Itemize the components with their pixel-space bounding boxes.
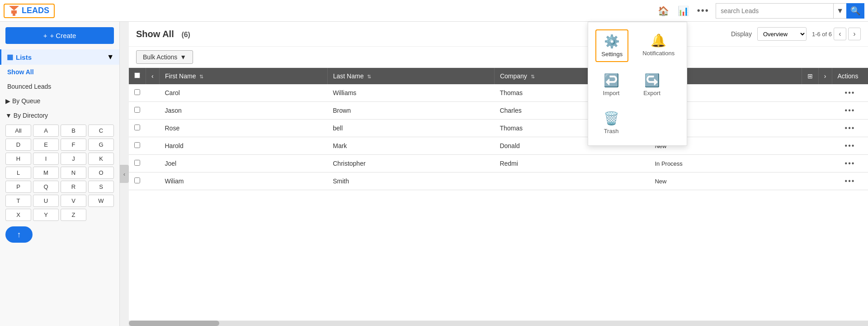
row-last-name-5: Smith (327, 173, 494, 190)
directory-btn-a[interactable]: A (33, 125, 59, 137)
settings-label: Settings (601, 51, 623, 58)
export-label: Export (643, 90, 660, 96)
directory-btn-b[interactable]: B (61, 125, 86, 137)
search-dropdown[interactable]: ▼ (833, 3, 846, 19)
sidebar-bounced-leads[interactable]: Bounced Leads (5, 79, 114, 94)
directory-btn-k[interactable]: K (88, 153, 114, 165)
row-actions-3: ••• (832, 137, 868, 155)
row-checkbox-4[interactable] (134, 160, 140, 166)
directory-btn-n[interactable]: N (61, 167, 86, 179)
th-first-name[interactable]: First Name ⇅ (160, 68, 328, 84)
sort-last-name-icon: ⇅ (367, 74, 371, 79)
row-actions-button-5[interactable]: ••• (845, 177, 855, 185)
table-scroll: ‹ First Name ⇅ Last Name ⇅ Company ⇅ Sta… (129, 68, 868, 321)
row-empty-2 (802, 120, 818, 137)
search-input[interactable] (716, 3, 833, 19)
directory-btn-o[interactable]: O (88, 167, 114, 179)
directory-btn-l[interactable]: L (5, 167, 31, 179)
directory-btn-all[interactable]: All (5, 125, 31, 137)
scrollbar-thumb[interactable] (129, 321, 219, 326)
display-select[interactable]: Overview Details List (757, 27, 807, 41)
directory-btn-w[interactable]: W (88, 195, 114, 207)
row-last-name-2: bell (327, 120, 494, 137)
table-row: Wiliam Smith New ••• (129, 173, 868, 190)
th-col-chooser[interactable]: ⊞ (802, 68, 818, 84)
row-nav-1 (146, 102, 160, 120)
next-page-button[interactable]: › (848, 28, 861, 40)
table-row: Jason Brown Charles ••• (129, 102, 868, 120)
row-checkbox-cell (129, 84, 146, 102)
directory-btn-c[interactable]: C (88, 125, 114, 137)
directory-btn-j[interactable]: J (61, 153, 86, 165)
row-actions-button-1[interactable]: ••• (845, 106, 855, 115)
row-checkbox-cell (129, 137, 146, 155)
directory-btn-u[interactable]: U (33, 195, 59, 207)
bulk-actions-button[interactable]: Bulk Actions ▼ (136, 50, 193, 64)
directory-btn-d[interactable]: D (5, 139, 31, 151)
sidebar-collapse-button[interactable]: ‹ (120, 165, 129, 183)
directory-btn-s[interactable]: S (88, 181, 114, 193)
directory-btn-t[interactable]: T (5, 195, 31, 207)
export-menu-item[interactable]: ↪️ Export (636, 69, 668, 100)
directory-btn-r[interactable]: R (61, 181, 86, 193)
by-directory-section[interactable]: ▼ By Directory (0, 108, 119, 123)
row-empty2-4 (818, 155, 832, 173)
row-last-name-1: Brown (327, 102, 494, 120)
prev-page-button[interactable]: ‹ (834, 28, 846, 40)
table-row: Joel Christopher Redmi In Process ••• (129, 155, 868, 173)
th-actions: Actions (832, 68, 868, 84)
row-first-name-0: Carol (160, 84, 328, 102)
row-checkbox-cell (129, 120, 146, 137)
row-actions-button-3[interactable]: ••• (845, 142, 855, 150)
home-button[interactable]: 🏠 (654, 2, 672, 20)
row-checkbox-1[interactable] (134, 107, 140, 113)
directory-btn-q[interactable]: Q (33, 181, 59, 193)
th-last-name[interactable]: Last Name ⇅ (327, 68, 494, 84)
row-empty2-1 (818, 102, 832, 120)
sidebar-show-all[interactable]: Show All (5, 65, 114, 79)
select-all-checkbox[interactable] (134, 72, 140, 78)
horizontal-scrollbar[interactable] (129, 321, 868, 326)
row-actions-button-2[interactable]: ••• (845, 124, 855, 132)
scroll-up-button[interactable]: ↑ (5, 226, 33, 243)
row-actions-button-4[interactable]: ••• (845, 159, 855, 168)
chart-icon: 📊 (678, 5, 689, 16)
directory-btn-y[interactable]: Y (33, 209, 59, 221)
directory-btn-x[interactable]: X (5, 209, 31, 221)
create-button[interactable]: + + Create (5, 27, 114, 44)
trash-label: Trash (604, 128, 619, 134)
directory-btn-v[interactable]: V (61, 195, 86, 207)
row-company-5 (494, 173, 649, 190)
trash-menu-item[interactable]: 🗑️ Trash (595, 107, 627, 138)
row-checkbox-0[interactable] (134, 89, 140, 95)
lists-section[interactable]: ▦ Lists ▼ (0, 49, 119, 65)
chart-button[interactable]: 📊 (674, 2, 692, 20)
row-actions-button-0[interactable]: ••• (845, 89, 855, 97)
directory-btn-z[interactable]: Z (61, 209, 86, 221)
row-checkbox-cell (129, 155, 146, 173)
row-empty-1 (802, 102, 818, 120)
settings-menu-item[interactable]: ⚙️ Settings (595, 29, 628, 62)
row-nav-2 (146, 120, 160, 137)
directory-btn-e[interactable]: E (33, 139, 59, 151)
by-queue-section[interactable]: ▶ By Queue (0, 94, 119, 108)
sidebar-submenu: Show All Bounced Leads (0, 65, 119, 94)
more-options-button[interactable]: ••• (694, 2, 712, 20)
search-button[interactable]: 🔍 (846, 3, 864, 19)
row-checkbox-5[interactable] (134, 177, 140, 183)
directory-grid: AllABCDEFGHIJKLMNOPQRSTUVWXYZ (0, 123, 119, 223)
leads-funnel-icon (9, 6, 19, 16)
directory-btn-h[interactable]: H (5, 153, 31, 165)
directory-btn-g[interactable]: G (88, 139, 114, 151)
directory-btn-i[interactable]: I (33, 153, 59, 165)
actions-header: Bulk Actions ▼ (129, 47, 868, 68)
row-checkbox-2[interactable] (134, 125, 140, 130)
directory-btn-p[interactable]: P (5, 181, 31, 193)
lists-label: ▦ Lists (7, 53, 32, 61)
leads-logo[interactable]: LEADS (4, 4, 55, 18)
row-checkbox-3[interactable] (134, 142, 140, 148)
import-menu-item[interactable]: ↩️ Import (595, 69, 627, 100)
directory-btn-m[interactable]: M (33, 167, 59, 179)
notifications-menu-item[interactable]: 🔔 Notifications (637, 29, 679, 62)
directory-btn-f[interactable]: F (61, 139, 86, 151)
